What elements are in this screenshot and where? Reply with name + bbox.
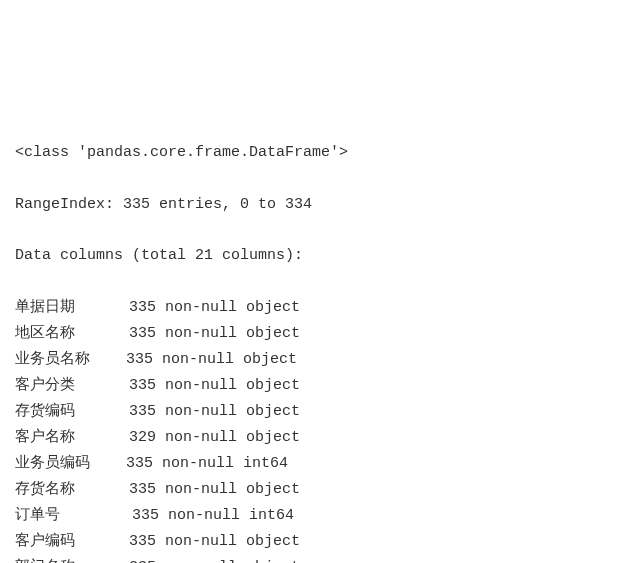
column-row: 部门名称 335 non-null object (15, 555, 622, 563)
column-row: 客户分类 335 non-null object (15, 373, 622, 399)
column-row: 订单号 335 non-null int64 (15, 503, 622, 529)
range-index-line: RangeIndex: 335 entries, 0 to 334 (15, 192, 622, 218)
columns-list: 单据日期 335 non-null object地区名称 335 non-nul… (15, 295, 622, 563)
column-row: 客户编码 335 non-null object (15, 529, 622, 555)
column-row: 业务员编码 335 non-null int64 (15, 451, 622, 477)
column-row: 存货名称 335 non-null object (15, 477, 622, 503)
column-row: 存货编码 335 non-null object (15, 399, 622, 425)
output-container: <class 'pandas.core.frame.DataFrame'> Ra… (15, 114, 622, 563)
class-line: <class 'pandas.core.frame.DataFrame'> (15, 140, 622, 166)
column-row: 业务员名称 335 non-null object (15, 347, 622, 373)
column-row: 单据日期 335 non-null object (15, 295, 622, 321)
data-columns-line: Data columns (total 21 columns): (15, 243, 622, 269)
column-row: 客户名称 329 non-null object (15, 425, 622, 451)
column-row: 地区名称 335 non-null object (15, 321, 622, 347)
